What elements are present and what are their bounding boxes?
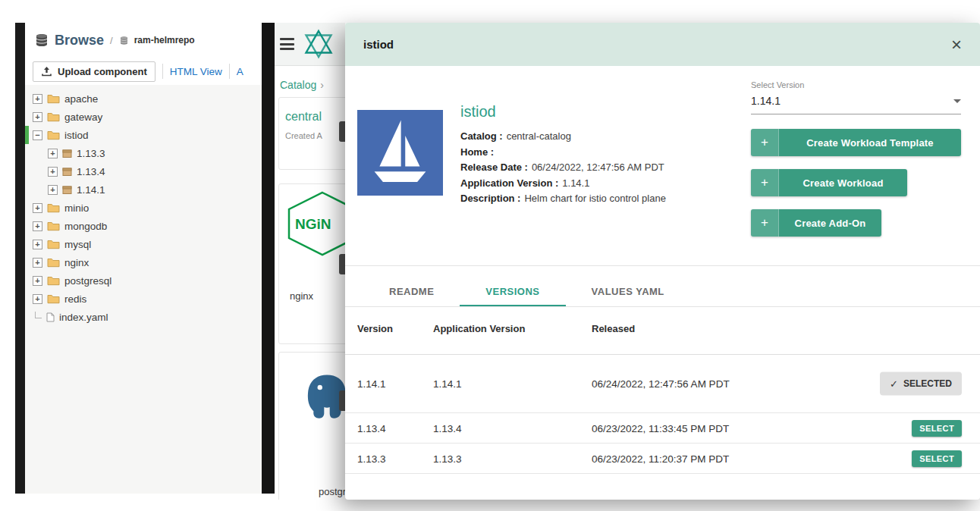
expand-toggle[interactable]: + xyxy=(33,276,42,286)
tree-item-gateway[interactable]: + gateway xyxy=(25,108,262,126)
nginx-chart-card[interactable]: NGiN nginx xyxy=(278,183,345,344)
tree-item-istiod[interactable]: − istiod xyxy=(25,126,262,144)
detail-line-home: Home : xyxy=(460,145,666,161)
chart-details: Catalog :central-catalog Home : Release … xyxy=(460,129,666,207)
divider xyxy=(345,306,980,307)
expand-toggle[interactable]: + xyxy=(33,94,42,104)
tree-item-nginx[interactable]: + nginx xyxy=(25,253,262,271)
modal-header: istiod × xyxy=(345,23,980,66)
tree-item-label: 1.14.1 xyxy=(77,184,105,196)
folder-icon xyxy=(47,112,60,122)
tab-versions[interactable]: VERSIONS xyxy=(460,277,565,306)
upload-icon xyxy=(41,66,52,77)
screen: Browse / ram-helmrepo Upload component H… xyxy=(0,0,980,511)
repo-browser-header: Browse / ram-helmrepo xyxy=(25,23,262,58)
column-header-app-version: Application Version xyxy=(433,323,525,334)
card-badge xyxy=(339,390,345,411)
select-version-label: Select Version xyxy=(751,80,961,89)
expand-toggle[interactable]: + xyxy=(33,294,42,304)
create-workload-button[interactable]: + Create Workload xyxy=(751,169,907,196)
select-version-group: Select Version 1.14.1 xyxy=(751,80,961,114)
chart-name: postgre xyxy=(319,486,345,497)
tree-item-index-yaml[interactable]: index.yaml xyxy=(25,308,262,326)
create-add-on-button[interactable]: + Create Add-On xyxy=(751,209,881,237)
folder-icon xyxy=(47,94,60,104)
modal-title: istiod xyxy=(363,38,394,51)
breadcrumb-catalog-link[interactable]: Catalog xyxy=(280,79,316,91)
expand-toggle[interactable]: + xyxy=(48,149,58,158)
version-select[interactable]: 1.14.1 xyxy=(751,95,961,114)
tab-readme[interactable]: README xyxy=(363,277,460,306)
collapse-toggle[interactable]: − xyxy=(33,130,42,140)
breadcrumb-repo-name: ram-helmrepo xyxy=(134,35,195,45)
more-link[interactable]: A xyxy=(237,66,243,77)
cell-version: 1.14.1 xyxy=(357,378,386,389)
catalog-created-label: Created A xyxy=(285,131,345,140)
package-icon xyxy=(62,149,72,158)
tab-values-yaml[interactable]: VALUES YAML xyxy=(566,277,690,306)
database-icon xyxy=(34,33,49,48)
expand-toggle[interactable]: + xyxy=(33,112,42,122)
repo-database-icon xyxy=(119,36,129,45)
version-row-1-14-1: 1.14.1 1.14.1 06/24/2022, 12:47:56 AM PD… xyxy=(345,354,980,413)
file-icon xyxy=(46,312,55,322)
app-topbar xyxy=(275,23,345,66)
upload-label: Upload component xyxy=(58,66,147,77)
package-icon xyxy=(62,185,72,195)
chart-detail-modal: istiod × istiod Catalog :central-catalog… xyxy=(345,23,980,500)
tree-item-mongodb[interactable]: + mongodb xyxy=(25,217,262,235)
check-icon: ✓ xyxy=(890,378,898,389)
cell-released: 06/23/2022, 11:20:37 PM PDT xyxy=(592,453,729,464)
folder-icon xyxy=(47,258,60,268)
repo-toolbar: Upload component HTML View A xyxy=(25,58,262,85)
expand-toggle[interactable]: + xyxy=(33,221,42,231)
divider xyxy=(345,265,980,266)
tree-item-redis[interactable]: + redis xyxy=(25,290,262,308)
catalog-app-background: Catalog › central Created A NGiN nginx p… xyxy=(275,23,345,500)
istio-logo xyxy=(357,110,443,196)
upload-component-button[interactable]: Upload component xyxy=(33,61,155,82)
tree-item-version-1-13-3[interactable]: + 1.13.3 xyxy=(25,144,262,162)
folder-icon xyxy=(47,294,60,304)
detail-line-catalog: Catalog :central-catalog xyxy=(460,129,666,145)
expand-toggle[interactable]: + xyxy=(33,258,42,268)
tree-item-label: mysql xyxy=(64,239,91,250)
chart-name-heading: istiod xyxy=(460,103,496,121)
create-workload-template-button[interactable]: + Create Workload Template xyxy=(751,129,961,156)
folder-icon xyxy=(47,276,60,286)
select-button[interactable]: SELECT xyxy=(912,450,962,467)
expand-toggle[interactable]: + xyxy=(48,167,58,177)
tree-item-minio[interactable]: + minio xyxy=(25,199,262,217)
catalog-name: central xyxy=(285,110,345,124)
cell-version: 1.13.3 xyxy=(357,453,386,464)
html-view-link[interactable]: HTML View xyxy=(170,66,222,77)
selected-chip: ✓ SELECTED xyxy=(880,371,962,395)
select-button[interactable]: SELECT xyxy=(912,420,962,437)
cell-released: 06/24/2022, 12:47:56 AM PDT xyxy=(592,378,730,389)
tree-item-version-1-13-4[interactable]: + 1.13.4 xyxy=(25,162,262,180)
expand-toggle[interactable]: + xyxy=(48,185,58,195)
chart-name: nginx xyxy=(290,290,313,302)
page-title: Browse xyxy=(55,33,104,49)
postgresql-chart-card[interactable]: postgre xyxy=(278,352,345,500)
plus-icon: + xyxy=(751,129,779,156)
tree-item-label: postgresql xyxy=(64,275,112,287)
expand-toggle[interactable]: + xyxy=(33,240,42,249)
modal-tabs: README VERSIONS VALUES YAML xyxy=(363,277,690,306)
tree-item-mysql[interactable]: + mysql xyxy=(25,235,262,253)
chevron-right-icon: › xyxy=(320,79,324,91)
folder-icon xyxy=(47,240,60,249)
tree-item-postgresql[interactable]: + postgresql xyxy=(25,271,262,290)
tree-item-version-1-14-1[interactable]: + 1.14.1 xyxy=(25,180,262,199)
detail-line-app-version: Application Version :1.14.1 xyxy=(460,176,666,192)
tree-item-apache[interactable]: + apache xyxy=(25,89,262,108)
cell-app-version: 1.13.3 xyxy=(433,453,462,464)
window-shadow-strip xyxy=(262,23,275,494)
catalog-header-card: central Created A xyxy=(278,97,345,170)
expand-toggle[interactable]: + xyxy=(33,203,42,213)
app-logo xyxy=(303,28,335,60)
close-icon[interactable]: × xyxy=(951,36,962,54)
toolbar-divider xyxy=(229,64,230,79)
menu-icon[interactable] xyxy=(280,36,294,53)
cell-app-version: 1.13.4 xyxy=(433,422,462,434)
